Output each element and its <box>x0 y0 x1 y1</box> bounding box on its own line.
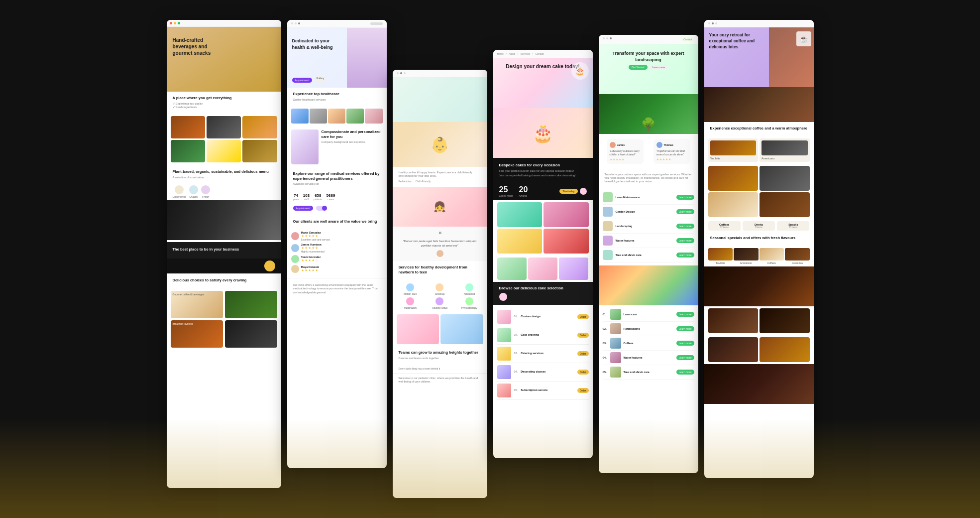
service-icon-lawn <box>603 192 613 202</box>
card1-cafe-scene <box>167 200 281 240</box>
card5-numbered-list: 01. Lawn care Learn more 02. Hardscaping… <box>599 305 698 382</box>
card5-hero-title: Transform your space with expert landsca… <box>605 50 692 63</box>
card2-health-photos <box>287 106 387 127</box>
card4-browse-section: Browse our delicious cake selection <box>493 282 593 305</box>
card5-hero: Transform your space with expert landsca… <box>599 44 698 94</box>
nav-dot-active <box>610 37 612 39</box>
food-img-snacks <box>207 116 241 138</box>
card-pediatric: Nurturing your child's health from birth… <box>393 70 487 498</box>
cake-photo-2 <box>544 202 589 227</box>
catalog-row-1: 01. Custom design Order <box>497 308 589 326</box>
nav-dot-active <box>712 22 714 24</box>
food-img-burger <box>242 140 277 162</box>
service-icon-landscape <box>603 221 613 231</box>
screenshots-grid: Hand-crafted beverages and gourmet snack… <box>0 0 980 518</box>
card6-coffee-grid <box>704 164 814 219</box>
service-item-2: Checkup <box>426 283 453 295</box>
catalog-img-3 <box>497 347 511 361</box>
menu-snacks: Snacks 15 items <box>777 221 809 231</box>
catalog-row-3: 03. Catering services Order <box>497 345 589 363</box>
food-img-salad <box>171 140 205 162</box>
service-list-item-3: Landscaping Learn more <box>603 219 694 234</box>
service-icon-5 <box>436 297 443 305</box>
service-icon-6 <box>465 297 473 305</box>
card3-multi-photos <box>393 312 487 346</box>
num-item-2: 02. Hardscaping Learn more <box>603 322 694 336</box>
card1-section2-heading: Plant-based, organic, sustainable, and d… <box>173 169 275 174</box>
nav-dot <box>606 37 608 39</box>
service-item-3: Advanced <box>455 283 483 295</box>
service-list-item-5: Tree and shrub care Learn more <box>603 248 694 262</box>
card6-hero-title: Your cozy retreat for exceptional coffee… <box>709 32 769 50</box>
card2-doctor-section: Compassionate and personalized care for … <box>287 127 387 167</box>
health-photo-3 <box>328 109 345 124</box>
coffee-extra-1 <box>708 308 759 333</box>
num-item-1: 01. Lawn care Learn more <box>603 307 694 322</box>
health-photo-1 <box>291 109 309 124</box>
service-item-6: Physiotherapy <box>455 297 483 309</box>
reviewer-1: Maria Gonzalez ★★★★★ Excellent care and … <box>291 231 383 241</box>
card2-cta-btn[interactable]: Appointment <box>292 78 312 83</box>
card4-cta-btn[interactable]: Start today <box>559 189 577 194</box>
card1-hero-title: Hand-crafted beverages and gourmet snack… <box>173 37 222 56</box>
num-img-2 <box>610 323 621 334</box>
card4-cake-display: 🎂 <box>493 108 593 158</box>
service-item-5: Routine setup <box>426 297 453 309</box>
card3-baby-photo <box>393 122 487 167</box>
sweet-2 <box>528 258 557 280</box>
food-bottom-img3: Breakfast favorites <box>171 320 223 348</box>
health-photo-5 <box>365 109 382 124</box>
avatar-3 <box>291 255 299 263</box>
service-icon-4 <box>406 297 414 305</box>
card6-large-photo2 <box>704 266 814 306</box>
card6-hero: Your cozy retreat for exceptional coffee… <box>704 27 814 87</box>
card3-quote: ❝ "Donec two pede eget felis faucibus fe… <box>393 227 487 261</box>
card2-doctor-img <box>291 130 319 164</box>
catalog-img-2 <box>497 328 511 342</box>
catalog-row-5: 05. Subscription service Order <box>497 382 589 400</box>
nav-dot <box>291 22 293 24</box>
service-list-item-4: Water features Learn more <box>603 234 694 248</box>
nav-dot <box>708 22 710 24</box>
card1-dark-section: The best place to be in your business <box>167 242 281 259</box>
coffee-item-2 <box>760 166 810 191</box>
menu-coffees: Coffees 12 items <box>708 221 741 231</box>
catalog-row-4: 04. Decorating classes Order <box>497 363 589 382</box>
service-icon-3 <box>465 283 473 291</box>
card1-food-grid <box>167 113 281 165</box>
card2-stats: 74 years 103 staff 658 patients 5689 cas… <box>287 190 387 204</box>
food-bottom-img2 <box>225 291 277 318</box>
sweet-1 <box>497 258 527 280</box>
catalog-img-5 <box>497 384 511 397</box>
card3-photo-1 <box>397 314 439 344</box>
coffee-item-3 <box>708 192 759 217</box>
card-healthcare: Dedicated to your health & well-being Ap… <box>287 20 387 468</box>
reviewer-4: Maya Ransom ★★★★★ <box>291 265 383 273</box>
nav-dot-active <box>400 72 402 74</box>
card6-large-photo <box>704 87 814 122</box>
quote-avatar <box>436 250 443 257</box>
avatar-4 <box>291 265 299 273</box>
num-item-5: 05. Tree and shrub care Learn more <box>603 365 694 380</box>
service-icon-1 <box>406 283 414 291</box>
card-cake: Home • About • Services • Contact Design… <box>493 50 593 458</box>
card2-hero: Dedicated to your health & well-being Ap… <box>287 28 387 88</box>
avatar-1 <box>291 232 299 240</box>
review-avatar-2 <box>656 142 662 148</box>
card1-yellow-icon <box>264 260 275 271</box>
review-avatar-1 <box>610 142 616 148</box>
card5-landscape-photo <box>599 94 698 134</box>
card6-menu-row: Coffees 12 items Drinks 8 items Snacks 1… <box>704 219 814 233</box>
food-img-coffee <box>242 116 277 138</box>
num-img-3 <box>610 338 621 349</box>
service-item-1: Motion care <box>397 283 424 295</box>
cake-photo-4 <box>544 229 589 254</box>
card1-section1-heading: A place where you get everything <box>173 96 275 101</box>
coffee-item-4 <box>760 192 810 217</box>
card1-food-section2: Delicious choices to satisfy every cravi… <box>167 273 281 288</box>
coffee-item-1 <box>708 166 759 191</box>
service-icon-2 <box>436 283 443 291</box>
nav-dot <box>404 72 406 74</box>
card3-service-grid: Motion care Checkup Advanced Vaccination… <box>393 280 487 312</box>
service-item-4: Vaccination <box>397 297 424 309</box>
